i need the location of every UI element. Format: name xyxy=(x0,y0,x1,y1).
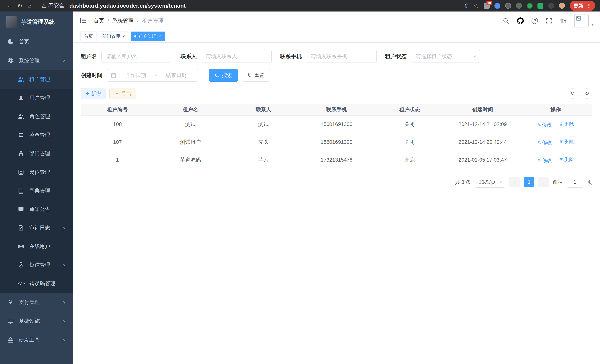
help-icon[interactable]: ? xyxy=(532,18,538,24)
sidebar-item-dev-tools[interactable]: 研发工具 ∨ xyxy=(0,331,73,350)
extension-icon[interactable] xyxy=(516,3,522,9)
extension-icon[interactable] xyxy=(548,3,554,9)
tab-dept-management[interactable]: 部门管理 × xyxy=(99,32,128,41)
breadcrumb-home[interactable]: 首页 xyxy=(94,17,104,25)
trash-icon xyxy=(559,140,563,144)
create-time-range-picker[interactable]: 开始日期 - 结束日期 xyxy=(107,69,198,82)
tags-view-bar: 首页 部门管理 × 租户管理 × xyxy=(73,30,600,43)
table-toolbar: + 新增 导出 ↻ xyxy=(81,88,592,99)
page-size-select[interactable]: 10条/页 ∨ xyxy=(475,177,505,187)
end-date-placeholder: 结束日期 xyxy=(159,72,194,79)
sidebar-item-system-management[interactable]: 系统管理 ∧ xyxy=(0,51,73,70)
delete-link[interactable]: 删除 xyxy=(559,139,574,145)
close-icon[interactable]: × xyxy=(159,34,161,38)
sidebar-item-menu-management[interactable]: 菜单管理 xyxy=(0,126,73,144)
sidebar-item-home[interactable]: 首页 xyxy=(0,32,73,51)
trash-icon xyxy=(559,157,563,162)
extension-icon[interactable] xyxy=(494,3,500,9)
edit-icon: ✎ xyxy=(537,122,541,127)
chevron-down-icon: ∨ xyxy=(63,338,66,343)
export-button[interactable]: 导出 xyxy=(110,88,136,99)
sidebar-item-sms-management[interactable]: 短信管理 ∨ xyxy=(0,256,73,274)
search-button[interactable]: 搜索 xyxy=(209,69,238,82)
roles-icon xyxy=(18,113,24,120)
menu-dots-icon[interactable]: ⋮ xyxy=(586,3,591,9)
next-page-button[interactable]: › xyxy=(538,177,549,187)
tab-tenant-management[interactable]: 租户管理 × xyxy=(131,32,165,41)
reset-button[interactable]: ↻ 重置 xyxy=(242,69,270,82)
pagination: 共 3 条 10条/页 ∨ ‹ 1 › 前往 页 xyxy=(81,177,592,187)
sidebar-item-dict-management[interactable]: 字典管理 xyxy=(0,181,73,200)
extension-icon[interactable]: 10 xyxy=(484,3,490,9)
extension-icon[interactable] xyxy=(537,3,544,9)
start-date-placeholder: 开始日期 xyxy=(118,72,154,79)
gear-icon xyxy=(7,57,14,64)
audit-log-icon xyxy=(18,225,24,231)
phone-input[interactable] xyxy=(306,50,377,63)
page-content: 租户名 联系人 联系手机 租户状态 请选择租户状态 ∨ xyxy=(73,43,600,364)
refresh-icon: ↻ xyxy=(247,73,252,78)
status-value: 关闭 xyxy=(373,115,446,133)
sidebar-item-notice[interactable]: 通知公告 xyxy=(0,200,73,219)
caret-down-icon[interactable]: ▾ xyxy=(592,22,594,27)
edit-link[interactable]: ✎ 修改 xyxy=(537,121,552,128)
page-number-1[interactable]: 1 xyxy=(524,177,534,187)
edit-link[interactable]: ✎ 修改 xyxy=(537,139,552,146)
sidebar-item-user-management[interactable]: 用户管理 xyxy=(0,89,73,107)
prev-page-button[interactable]: ‹ xyxy=(509,177,520,187)
user-avatar[interactable] xyxy=(574,14,589,28)
browser-reload-icon[interactable]: ↻ xyxy=(15,2,25,9)
collapse-sidebar-icon[interactable] xyxy=(79,17,87,25)
calendar-icon xyxy=(111,73,116,78)
browser-update-button[interactable]: 更新 ⋮ xyxy=(570,1,595,11)
security-indicator[interactable]: ⚠ 不安全 xyxy=(42,2,65,9)
contact-label: 联系人 xyxy=(180,53,197,60)
tenant-table: 租户编号 租户名 联系人 联系手机 租户状态 创建时间 操作 108 测试 测试 xyxy=(81,104,592,169)
sidebar-item-dept-management[interactable]: 部门管理 xyxy=(0,144,73,163)
add-button[interactable]: + 新增 xyxy=(81,88,106,99)
extension-icon[interactable] xyxy=(505,3,511,9)
trash-icon xyxy=(559,122,563,126)
sidebar-item-error-code-management[interactable]: </> 错误码管理 xyxy=(0,274,73,293)
contact-input[interactable] xyxy=(201,50,272,63)
fullscreen-icon[interactable] xyxy=(546,18,552,24)
browser-home-icon[interactable]: ⌂ xyxy=(25,2,35,9)
create-time-label: 创建时间 xyxy=(81,72,103,79)
extension-badge: 10 xyxy=(487,1,492,5)
delete-link[interactable]: 删除 xyxy=(559,156,574,163)
sidebar-item-post-management[interactable]: 岗位管理 xyxy=(0,163,73,181)
browser-back-icon[interactable]: ← xyxy=(5,2,15,9)
extension-icon[interactable] xyxy=(527,3,533,9)
delete-link[interactable]: 删除 xyxy=(559,121,574,127)
search-icon[interactable] xyxy=(503,18,509,24)
chevron-down-icon: ∨ xyxy=(63,319,66,324)
address-bar-url[interactable]: dashboard.yudao.iocoder.cn/system/tenant xyxy=(69,3,186,9)
code-icon: </> xyxy=(18,282,24,286)
sidebar-item-audit-log[interactable]: 审计日志 ∨ xyxy=(0,219,73,237)
dashboard-icon xyxy=(7,38,14,45)
sidebar-item-payment-management[interactable]: ¥ 支付管理 ∨ xyxy=(0,293,73,312)
logo-image xyxy=(6,16,17,28)
sidebar-item-online-users[interactable]: 在线用户 xyxy=(0,237,73,256)
message-icon xyxy=(18,206,24,212)
status-select[interactable]: 请选择租户状态 ∨ xyxy=(411,50,480,63)
profile-avatar-icon[interactable] xyxy=(559,3,565,9)
goto-page-input[interactable] xyxy=(567,177,583,187)
refresh-table-button[interactable]: ↻ xyxy=(582,88,592,99)
github-icon[interactable] xyxy=(517,18,524,24)
breadcrumb-system[interactable]: 系统管理 xyxy=(112,17,134,25)
share-icon[interactable]: ⇧ xyxy=(464,2,469,9)
edit-link[interactable]: ✎ 修改 xyxy=(537,157,552,164)
sidebar-item-infrastructure[interactable]: 基础设施 ∨ xyxy=(0,312,73,331)
chevron-down-icon: ∨ xyxy=(473,54,476,59)
sidebar-item-role-management[interactable]: 角色管理 xyxy=(0,107,73,126)
close-icon[interactable]: × xyxy=(122,34,125,38)
bookmark-star-icon[interactable]: ☆ xyxy=(473,2,479,9)
tenant-name-input[interactable] xyxy=(102,50,172,63)
font-size-icon[interactable]: T T xyxy=(560,18,566,24)
tab-home[interactable]: 首页 xyxy=(81,32,96,41)
chevron-down-icon: ∨ xyxy=(63,300,66,305)
sidebar-item-tenant-management[interactable]: 租户管理 xyxy=(0,70,73,89)
org-tree-icon xyxy=(18,150,24,157)
toggle-search-button[interactable] xyxy=(568,88,578,99)
